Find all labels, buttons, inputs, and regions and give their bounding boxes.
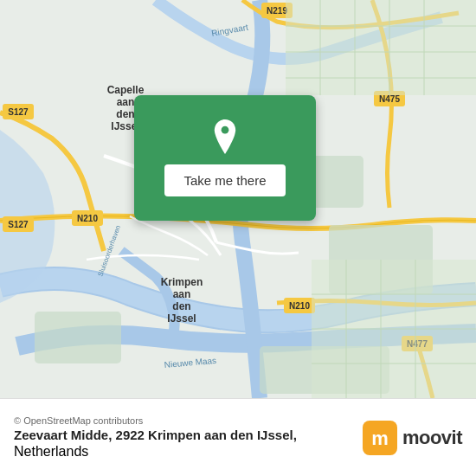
info-bar: © OpenStreetMap contributors Zeevaart Mi…	[0, 398, 476, 476]
svg-rect-30	[286, 0, 476, 95]
svg-text:S127: S127	[8, 220, 29, 229]
location-name: Zeevaart Midde, 2922 Krimpen aan den IJs…	[14, 428, 297, 442]
moovit-text: moovit	[402, 427, 462, 449]
svg-rect-28	[35, 312, 121, 363]
svg-text:IJssel: IJssel	[167, 312, 196, 325]
take-me-there-button[interactable]: Take me there	[164, 164, 285, 196]
svg-text:S127: S127	[8, 107, 29, 117]
svg-text:m: m	[371, 428, 389, 449]
svg-text:den: den	[172, 300, 190, 312]
moovit-logo-icon: m	[363, 421, 397, 455]
svg-text:aan: aan	[117, 96, 135, 108]
location-pin-icon	[208, 119, 242, 154]
svg-text:N475: N475	[379, 94, 400, 104]
svg-text:aan: aan	[173, 288, 191, 300]
osm-credit: © OpenStreetMap contributors	[14, 415, 297, 426]
map-container: S127 S127 N210 N210 N475 N219 N477 Capel…	[0, 0, 476, 398]
svg-text:Capelle: Capelle	[107, 84, 145, 96]
svg-point-45	[222, 126, 229, 134]
svg-text:N210: N210	[289, 301, 310, 311]
moovit-logo: m moovit	[363, 421, 462, 455]
action-card: Take me there	[134, 95, 316, 221]
location-info: © OpenStreetMap contributors Zeevaart Mi…	[14, 415, 297, 460]
svg-text:N219: N219	[267, 6, 287, 16]
location-country: Netherlands	[14, 444, 297, 460]
svg-text:N210: N210	[77, 214, 98, 223]
svg-text:Krimpen: Krimpen	[161, 276, 203, 288]
svg-text:den: den	[116, 108, 134, 120]
